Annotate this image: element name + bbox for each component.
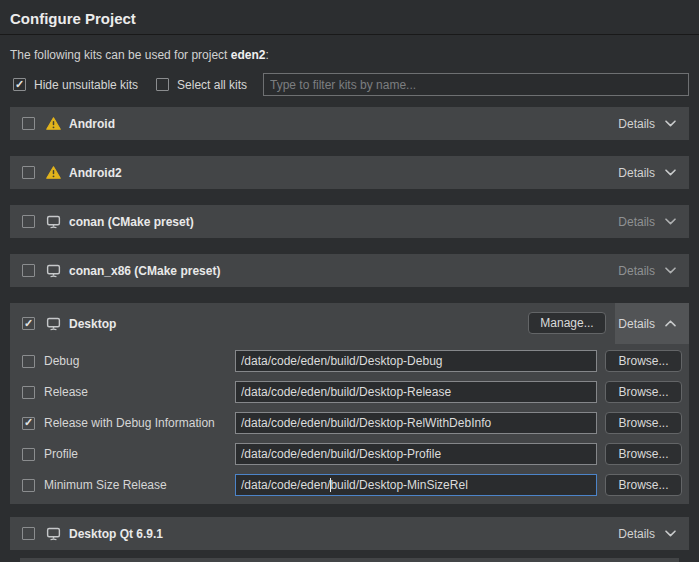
project-name: eden2 (231, 48, 266, 62)
details-label: Details (618, 117, 655, 131)
details-button[interactable]: Details (618, 166, 677, 180)
kit-checkbox[interactable]: ✓ (22, 117, 35, 130)
warning-icon (45, 166, 61, 179)
config-checkbox[interactable]: ✓ (22, 386, 35, 399)
browse-button[interactable]: Browse... (605, 443, 682, 465)
browse-button[interactable]: Browse... (605, 474, 682, 496)
build-path-field (235, 443, 597, 465)
chevron-up-icon (664, 319, 677, 328)
config-row-relwithdebinfo: ✓ Release with Debug Information Browse.… (22, 412, 680, 434)
kit-checkbox[interactable]: ✓ (22, 527, 35, 540)
kit-row-partial (20, 558, 679, 562)
kit-row-android2[interactable]: ✓ Android2 Details (10, 156, 689, 189)
details-button[interactable]: Details (618, 264, 677, 278)
kit-checkbox[interactable]: ✓ (22, 264, 35, 277)
chevron-down-icon (664, 168, 677, 177)
kit-name: Desktop (69, 317, 116, 331)
kit-list: ✓ Android Details ✓ Android2 Details ✓ c… (10, 107, 689, 562)
kits-subtitle: The following kits can be used for proje… (10, 48, 689, 62)
checkmark-icon: ✓ (24, 417, 33, 428)
details-label: Details (618, 527, 655, 541)
build-path-input[interactable] (235, 443, 597, 465)
kit-row-android[interactable]: ✓ Android Details (10, 107, 689, 140)
kit-name: conan (CMake preset) (69, 215, 194, 229)
warning-icon (45, 117, 61, 130)
manage-button[interactable]: Manage... (528, 312, 606, 334)
config-label: Profile (44, 447, 235, 461)
kit-name: conan_x86 (CMake preset) (69, 264, 220, 278)
config-row-minsizerel: ✓ Minimum Size Release Browse... (22, 474, 680, 496)
config-checkbox[interactable]: ✓ (22, 479, 35, 492)
desktop-icon (45, 215, 61, 229)
checkmark-icon: ✓ (15, 79, 24, 90)
details-label: Details (618, 317, 655, 331)
build-path-field-focused (235, 474, 597, 496)
page-title: Configure Project (0, 0, 699, 35)
checkbox-label: Select all kits (177, 78, 247, 92)
build-path-input[interactable] (235, 474, 597, 496)
config-row-profile: ✓ Profile Browse... (22, 443, 680, 465)
config-label: Release with Debug Information (44, 416, 235, 430)
details-button[interactable]: Details (618, 527, 677, 541)
kit-filter-input[interactable] (263, 73, 689, 96)
kit-row-conan-x86[interactable]: ✓ conan_x86 (CMake preset) Details (10, 254, 689, 287)
build-path-field (235, 381, 597, 403)
details-label: Details (618, 166, 655, 180)
config-checkbox[interactable]: ✓ (22, 355, 35, 368)
checkmark-icon: ✓ (24, 318, 33, 329)
config-row-release: ✓ Release Browse... (22, 381, 680, 403)
desktop-icon (45, 264, 61, 278)
chevron-down-icon (664, 119, 677, 128)
build-path-input[interactable] (235, 350, 597, 372)
config-label: Minimum Size Release (44, 478, 235, 492)
hide-unsuitable-kits-checkbox[interactable]: ✓ Hide unsuitable kits (13, 78, 138, 92)
kit-name: Desktop Qt 6.9.1 (69, 527, 163, 541)
details-button[interactable]: Details (618, 215, 677, 229)
chevron-down-icon (664, 266, 677, 275)
kit-checkbox[interactable]: ✓ (22, 317, 35, 330)
config-label: Debug (44, 354, 235, 368)
build-path-field (235, 350, 597, 372)
subtitle-colon: : (265, 48, 268, 62)
chevron-down-icon (664, 217, 677, 226)
subtitle-text: The following kits can be used for proje… (10, 48, 231, 62)
desktop-icon (45, 527, 61, 541)
kit-section-desktop: Details ✓ Desktop Manage... ✓ Debug Brow… (10, 303, 689, 504)
desktop-icon (45, 317, 61, 331)
build-path-field (235, 412, 597, 434)
browse-button[interactable]: Browse... (605, 412, 682, 434)
checkbox[interactable]: ✓ (156, 78, 169, 91)
browse-button[interactable]: Browse... (605, 350, 682, 372)
config-checkbox[interactable]: ✓ (22, 448, 35, 461)
filter-bar: ✓ Hide unsuitable kits ✓ Select all kits (10, 73, 689, 96)
kit-name: Android (69, 117, 115, 131)
build-path-input[interactable] (235, 381, 597, 403)
build-path-input[interactable] (235, 412, 597, 434)
kit-checkbox[interactable]: ✓ (22, 215, 35, 228)
kit-name: Android2 (69, 166, 122, 180)
details-button[interactable]: Details (618, 117, 677, 131)
details-button-expanded[interactable]: Details (615, 303, 689, 344)
browse-button[interactable]: Browse... (605, 381, 682, 403)
text-caret (330, 478, 331, 492)
config-row-debug: ✓ Debug Browse... (22, 350, 680, 372)
kit-row-conan[interactable]: ✓ conan (CMake preset) Details (10, 205, 689, 238)
config-label: Release (44, 385, 235, 399)
checkbox[interactable]: ✓ (13, 78, 26, 91)
details-label: Details (618, 264, 655, 278)
config-checkbox[interactable]: ✓ (22, 417, 35, 430)
checkbox-label: Hide unsuitable kits (34, 78, 138, 92)
select-all-kits-checkbox[interactable]: ✓ Select all kits (156, 78, 247, 92)
kit-checkbox[interactable]: ✓ (22, 166, 35, 179)
chevron-down-icon (664, 529, 677, 538)
kit-row-desktop-qt-691[interactable]: ✓ Desktop Qt 6.9.1 Details (10, 517, 689, 550)
details-label: Details (618, 215, 655, 229)
